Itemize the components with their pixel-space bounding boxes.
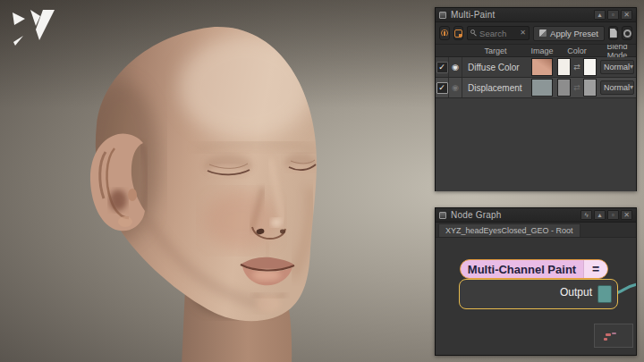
multi-paint-titlebar[interactable]: Multi-Paint ▴ ▫ ✕ (436, 8, 636, 22)
column-color: Color (555, 46, 598, 55)
table-row-displacement[interactable]: ✓ ◉ Displacement ⇄ Normal ▾ (436, 78, 636, 98)
color-swatch-primary[interactable] (557, 58, 571, 76)
channel-table-empty-area[interactable] (436, 98, 636, 191)
preset-icon (539, 29, 547, 37)
apply-preset-label: Apply Preset (550, 29, 598, 38)
multi-channel-paint-node-body[interactable]: Output (459, 279, 618, 309)
multi-paint-panel: Multi-Paint ▴ ▫ ✕ ✕ Apply Preset (435, 7, 637, 191)
output-port-label: Output (560, 286, 592, 299)
xyz-logo-icon (11, 8, 55, 48)
color-swatch-primary[interactable] (557, 79, 571, 97)
gear-icon (623, 29, 631, 38)
node-graph-canvas[interactable]: Multi-Channel Paint = Output (436, 238, 636, 355)
collapse-icon[interactable]: ▴ (594, 210, 606, 220)
panel-icon (439, 12, 446, 19)
enable-checkbox[interactable]: ✓ (436, 62, 448, 73)
chevron-down-icon: ▾ (630, 63, 633, 71)
new-preset-button[interactable] (608, 26, 619, 40)
float-window-icon[interactable]: ▫ (607, 210, 619, 220)
float-window-icon[interactable]: ▫ (607, 10, 619, 20)
paint-target-button[interactable] (453, 26, 464, 40)
panel-icon (439, 212, 446, 219)
node-title: Multi-Channel Paint (461, 263, 583, 276)
target-label: Displacement (462, 78, 529, 97)
target-label: Diffuse Color (462, 57, 529, 77)
node-graph-titlebar[interactable]: Node Graph ϟ ▴ ▫ ✕ (436, 208, 636, 223)
node-graph-minimap[interactable] (594, 324, 633, 348)
power-icon (441, 29, 448, 37)
node-menu-handle[interactable]: = (583, 260, 607, 278)
visibility-eye-icon[interactable]: ◉ (452, 84, 459, 92)
paint-enable-button[interactable] (439, 26, 450, 40)
settings-button[interactable] (622, 26, 632, 40)
minimap-node-mark (606, 333, 611, 336)
visibility-eye-icon[interactable]: ◉ (452, 63, 459, 72)
panel-title: Multi-Paint (451, 10, 495, 20)
head-model-3d (63, 9, 340, 362)
document-icon (610, 29, 617, 38)
image-thumbnail[interactable] (531, 58, 553, 76)
minimap-node-mark (604, 338, 607, 341)
multi-paint-toolbar: ✕ Apply Preset (436, 22, 636, 45)
blend-mode-dropdown[interactable]: Normal ▾ (600, 60, 634, 74)
snap-icon[interactable]: ϟ (580, 210, 592, 220)
swap-colors-icon[interactable]: ⇄ (571, 63, 583, 72)
output-port[interactable] (597, 285, 612, 303)
graph-tab[interactable]: XYZ_headEyesClosed_GEO - Root (438, 223, 580, 237)
close-icon[interactable]: ✕ (621, 10, 632, 20)
node-graph-tabbar: XYZ_headEyesClosed_GEO - Root (436, 223, 636, 238)
chevron-down-icon: ▾ (630, 84, 633, 91)
blend-mode-value: Normal (604, 63, 630, 72)
table-row-diffuse-color[interactable]: ✓ ◉ Diffuse Color ⇄ Normal ▾ (436, 57, 636, 78)
apply-preset-button[interactable]: Apply Preset (533, 26, 605, 41)
enable-checkbox[interactable]: ✓ (436, 82, 448, 94)
paint-target-icon (454, 29, 462, 38)
application-window: Multi-Paint ▴ ▫ ✕ ✕ Apply Preset (0, 0, 644, 362)
close-icon[interactable]: ✕ (621, 210, 632, 220)
minimap-node-mark (612, 333, 616, 334)
clear-search-icon[interactable]: ✕ (520, 29, 526, 37)
search-box[interactable]: ✕ (467, 26, 530, 40)
search-icon (470, 29, 478, 37)
column-target: Target (462, 46, 529, 55)
swap-colors-icon[interactable]: ⇄ (571, 83, 583, 92)
search-input[interactable] (479, 29, 518, 38)
color-swatch-secondary[interactable] (583, 58, 597, 76)
node-graph-panel: Node Graph ϟ ▴ ▫ ✕ XYZ_headEyesClosed_GE… (435, 207, 637, 356)
channel-table-header: Target Image Color Blend Mode (436, 45, 636, 57)
image-thumbnail[interactable] (531, 79, 553, 97)
collapse-icon[interactable]: ▴ (594, 10, 606, 20)
panel-title: Node Graph (451, 210, 501, 220)
blend-mode-dropdown[interactable]: Normal ▾ (600, 80, 634, 95)
multi-channel-paint-node-header[interactable]: Multi-Channel Paint = (460, 259, 608, 279)
color-swatch-secondary[interactable] (583, 79, 597, 97)
blend-mode-value: Normal (604, 83, 630, 92)
column-image: Image (529, 46, 555, 55)
